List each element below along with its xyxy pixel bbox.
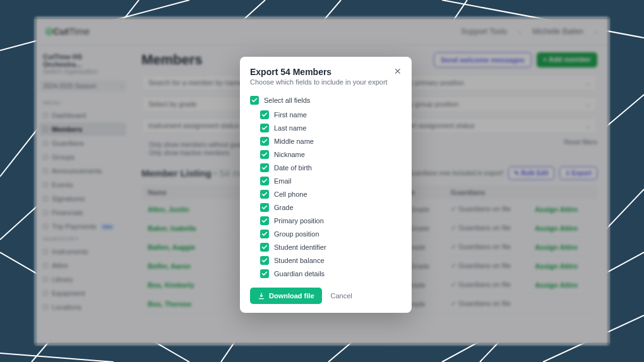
close-icon[interactable]: ✕ [394, 67, 402, 76]
download-button[interactable]: Download file [250, 288, 322, 304]
field-checkbox[interactable]: Nickname [250, 148, 402, 161]
field-checkbox[interactable]: Last name [250, 121, 402, 134]
field-checkbox[interactable]: Grade [250, 201, 402, 214]
select-all-checkbox[interactable]: Select all fields [250, 93, 402, 107]
field-checkbox[interactable]: Primary position [250, 214, 402, 227]
modal-subtitle: Choose which fields to include in your e… [250, 78, 402, 86]
field-checkbox[interactable]: Student identifier [250, 240, 402, 254]
field-checkbox[interactable]: Student balance [250, 254, 402, 267]
download-icon [258, 292, 265, 300]
field-checkbox[interactable]: Cell phone [250, 187, 402, 201]
field-checkbox[interactable]: Middle name [250, 134, 402, 148]
export-modal: Export 54 Members ✕ Choose which fields … [240, 57, 412, 313]
field-checkbox[interactable]: Date of birth [250, 161, 402, 174]
modal-title: Export 54 Members [250, 67, 331, 77]
field-checkbox[interactable]: Email [250, 174, 402, 187]
field-checkbox[interactable]: Guardian details [250, 267, 402, 280]
field-checkbox[interactable]: Group position [250, 227, 402, 240]
cancel-button[interactable]: Cancel [328, 288, 355, 304]
svg-line-3 [0, 353, 114, 362]
field-checkbox[interactable]: First name [250, 108, 402, 121]
